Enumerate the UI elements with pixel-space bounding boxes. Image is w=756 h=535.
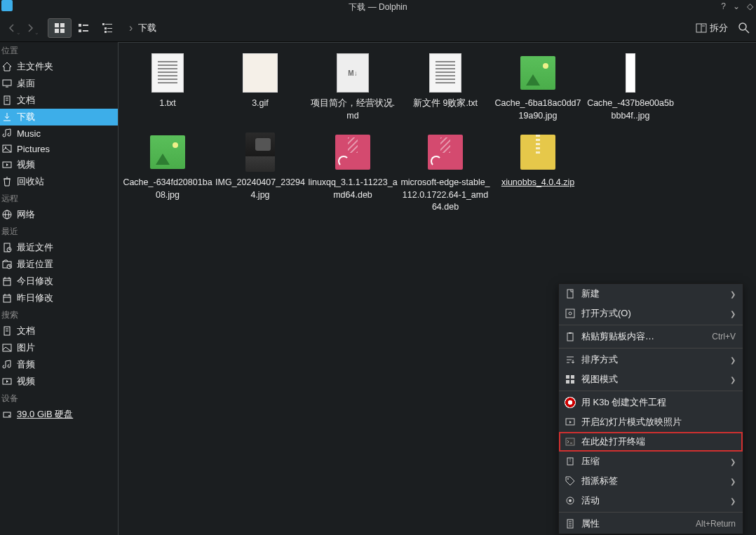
menu-item-k3b[interactable]: 用 K3b 创建文件工程 — [559, 393, 743, 412]
network-icon — [1, 209, 13, 220]
sidebar-item-video[interactable]: 视频 — [0, 373, 118, 390]
menu-separator — [559, 325, 743, 325]
sidebar-item-pictures[interactable]: Pictures — [0, 141, 118, 156]
menu-item-terminal[interactable]: 在此处打开终端 — [559, 432, 743, 452]
svg-rect-50 — [566, 309, 574, 318]
image-icon — [1, 342, 13, 353]
view-mode-group — [48, 18, 119, 38]
sidebar-item-download[interactable]: 下载 — [0, 109, 118, 126]
search-button[interactable] — [736, 20, 752, 36]
svg-rect-5 — [83, 25, 88, 26]
open-icon — [565, 308, 576, 319]
svg-point-48 — [8, 415, 10, 417]
sidebar-item-label: 视频 — [17, 158, 35, 171]
menu-item-viewmode[interactable]: 视图模式❯ — [559, 370, 743, 389]
compact-view-button[interactable] — [72, 18, 95, 38]
forward-button[interactable]: ⌄ — [22, 20, 38, 36]
desktop-icon — [1, 78, 13, 89]
file-label: xiunobbs_4.0.4.zip — [501, 177, 574, 189]
file-thumbnail — [335, 132, 370, 172]
file-item[interactable]: Cache_-6ba18ac0dd719a90.jpg — [492, 50, 584, 125]
split-label: 拆分 — [710, 22, 728, 34]
viewmode-icon — [565, 374, 576, 385]
toolbar: ⌄ ⌄ › 下载 拆分 — [0, 14, 756, 42]
recent-files-icon — [1, 242, 13, 253]
menu-item-label: 指派标签 — [581, 475, 724, 487]
terminal-icon — [565, 436, 576, 447]
file-item[interactable]: microsoft-edge-stable_112.0.1722.64-1_am… — [399, 129, 492, 217]
svg-rect-11 — [107, 28, 112, 29]
menu-item-label: 在此处打开终端 — [581, 435, 736, 448]
sidebar-item-disk[interactable]: 39.0 GiB 硬盘 — [0, 406, 118, 423]
menu-item-tag[interactable]: 指派标签❯ — [559, 471, 743, 491]
file-item[interactable]: 1.txt — [121, 50, 214, 125]
submenu-arrow-icon: ❯ — [730, 458, 736, 466]
context-menu: 新建❯打开方式(O)❯粘贴剪贴板内容…Ctrl+V排序方式❯视图模式❯用 K3b… — [558, 283, 743, 534]
breadcrumb[interactable]: 下载 — [138, 22, 156, 34]
file-thumbnail — [243, 53, 278, 93]
maximize-icon[interactable]: ◇ — [747, 1, 753, 11]
file-thumbnail — [150, 53, 185, 93]
svg-rect-10 — [104, 27, 107, 29]
sidebar-item-recent-loc[interactable]: 最近位置 — [0, 256, 118, 273]
svg-rect-52 — [567, 333, 573, 341]
svg-rect-13 — [107, 32, 112, 32]
file-item[interactable]: 新文件 9败家.txt — [399, 50, 492, 125]
sidebar-item-recent-files[interactable]: 最近文件 — [0, 239, 118, 256]
menu-item-sort[interactable]: 排序方式❯ — [559, 350, 743, 370]
file-label: 新文件 9败家.txt — [413, 97, 478, 110]
sidebar-item-docs[interactable]: 文档 — [0, 92, 118, 109]
sidebar-item-trash[interactable]: 回收站 — [0, 173, 118, 190]
sidebar-item-audio[interactable]: 音频 — [0, 356, 118, 373]
menu-item-open[interactable]: 打开方式(O)❯ — [559, 304, 743, 323]
file-item[interactable]: IMG_20240407_232944.jpg — [214, 129, 306, 217]
help-icon[interactable]: ? — [721, 1, 726, 11]
sidebar-item-docs[interactable]: 文档 — [0, 323, 118, 339]
sidebar-item-home[interactable]: 主文件夹 — [0, 58, 118, 75]
file-thumbnail — [520, 53, 555, 93]
sidebar-item-today[interactable]: 今日修改 — [0, 273, 118, 290]
file-item[interactable]: Cache_-437b8e00a5bbbb4f..jpg — [584, 50, 677, 125]
k3b-icon — [565, 397, 576, 408]
sidebar-item-label: Music — [17, 128, 41, 139]
sidebar-item-desktop[interactable]: 桌面 — [0, 75, 118, 92]
menu-item-activity[interactable]: 活动❯ — [559, 491, 743, 510]
file-label: Cache_-437b8e00a5bbbb4f..jpg — [586, 97, 675, 122]
paste-icon — [565, 331, 576, 342]
menu-item-slideshow[interactable]: 开启幻灯片模式放映照片 — [559, 412, 743, 432]
file-item[interactable]: 3.gif — [214, 50, 306, 125]
sidebar-item-network[interactable]: 网络 — [0, 206, 118, 223]
recent-loc-icon — [1, 259, 13, 270]
svg-rect-4 — [79, 24, 81, 27]
file-label: Cache_-634fd20801ba08.jpg — [123, 177, 212, 201]
menu-item-compress[interactable]: 压缩❯ — [559, 452, 743, 471]
sidebar-item-label: 网络 — [17, 208, 35, 221]
icons-view-button[interactable] — [48, 18, 72, 38]
svg-rect-54 — [566, 375, 569, 379]
back-button[interactable]: ⌄ — [4, 20, 20, 36]
grid-icon — [54, 22, 65, 34]
menu-separator — [559, 512, 743, 513]
minimize-icon[interactable]: ⌄ — [733, 1, 740, 11]
details-view-button[interactable] — [95, 18, 119, 38]
svg-rect-47 — [4, 412, 11, 417]
svg-rect-55 — [571, 375, 574, 379]
menu-item-label: 用 K3b 创建文件工程 — [581, 396, 736, 409]
menu-item-props[interactable]: 属性Alt+Return — [559, 514, 743, 534]
sidebar-item-music[interactable]: Music — [0, 126, 118, 141]
sidebar-section-header: 设备 — [0, 390, 118, 406]
menu-item-new[interactable]: 新建❯ — [559, 284, 743, 304]
activity-icon — [565, 495, 576, 506]
file-item[interactable]: Cache_-634fd20801ba08.jpg — [121, 129, 214, 217]
file-item[interactable]: M↓项目简介，经营状况.md — [306, 50, 399, 125]
sidebar-item-image[interactable]: 图片 — [0, 339, 118, 356]
split-button[interactable]: 拆分 — [696, 22, 728, 34]
sidebar-item-video[interactable]: 视频 — [0, 156, 118, 173]
svg-rect-3 — [60, 29, 65, 33]
menu-item-paste[interactable]: 粘贴剪贴板内容…Ctrl+V — [559, 327, 743, 346]
sidebar-item-label: 主文件夹 — [17, 60, 53, 73]
file-item[interactable]: xiunobbs_4.0.4.zip — [492, 129, 584, 217]
file-label: 1.txt — [159, 97, 176, 110]
sidebar-item-yesterday[interactable]: 昨日修改 — [0, 290, 118, 306]
file-item[interactable]: linuxqq_3.1.1-11223_amd64.deb — [306, 129, 399, 217]
